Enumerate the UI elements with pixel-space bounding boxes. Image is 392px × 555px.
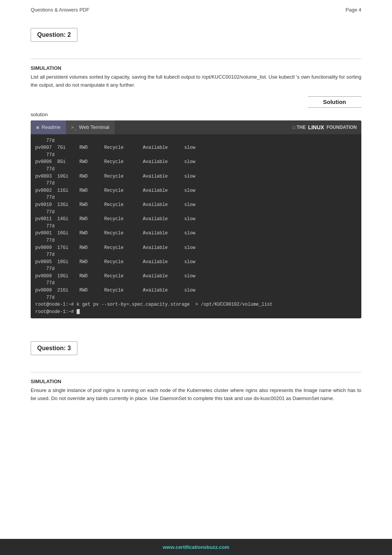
term-line-22: 77d <box>35 294 357 301</box>
question2-title: Question: 2 <box>37 31 71 38</box>
term-line-13: pv0001 16Gi RWO Recycle Available slow <box>35 230 357 237</box>
term-line-18: 77d <box>35 265 357 273</box>
header-right: Page 4 <box>346 7 361 13</box>
term-line-11: pv0011 14Gi RWO Recycle Available slow <box>35 216 357 223</box>
logo-othe: □ THE <box>292 125 306 130</box>
page-header: Questions & Answers PDF Page 4 <box>0 0 392 16</box>
question2-box: Question: 2 <box>31 28 77 42</box>
question3-box: Question: 3 <box>31 341 77 355</box>
term-line-10: 77d <box>35 209 357 216</box>
term-line-12: 77d <box>35 223 357 230</box>
readme-tab[interactable]: ■ Readme <box>31 120 66 134</box>
question3-divider <box>31 372 361 372</box>
term-line-9: pv0010 13Gi RWO Recycle Available slow <box>35 201 357 209</box>
question2-divider <box>31 59 361 59</box>
term-line-1: pv0007 7Gi RWO Recycle Available slow <box>35 144 357 152</box>
solution-header-container: Solution <box>31 96 361 108</box>
content-area: Question: 2 SIMULATION List all persiste… <box>0 16 392 403</box>
term-line-4: 77d <box>35 166 357 173</box>
term-line-19: pv0008 19Gi RWO Recycle Available slow <box>35 273 357 280</box>
terminal-icon: >_ <box>71 125 77 130</box>
cursor <box>77 309 80 314</box>
readme-tab-label: Readme <box>41 124 60 130</box>
term-line-14: 77d <box>35 237 357 244</box>
term-line-15: pv0009 17Gi RWO Recycle Available slow <box>35 244 357 252</box>
header-left: Questions & Answers PDF <box>31 7 89 13</box>
term-line-0: 77d <box>35 137 357 145</box>
question2-body: List all persistent volumes sorted by ca… <box>31 73 361 89</box>
solution-label: solution <box>31 112 361 117</box>
term-line-17: pv0005 18Gi RWO Recycle Available slow <box>35 259 357 266</box>
term-line-20: 77d <box>35 280 357 287</box>
term-line-3: pv0006 8Gi RWO Recycle Available slow <box>35 158 357 166</box>
term-line-6: 77d <box>35 180 357 187</box>
footer-url[interactable]: www.certificationsbuzz.com <box>163 544 230 550</box>
logo-foundation: FOUNDATION <box>326 125 357 130</box>
terminal-window: ■ Readme >_ Web Terminal □ THE LINUX FOU… <box>31 120 361 319</box>
web-terminal-label: Web Terminal <box>79 124 109 130</box>
logo-linux: LINUX <box>308 124 324 130</box>
solution-title: Solution <box>323 99 346 105</box>
simulation-label-3: SIMULATION <box>31 379 361 384</box>
linux-foundation-logo: □ THE LINUX FOUNDATION <box>292 124 357 130</box>
terminal-topbar: ■ Readme >_ Web Terminal □ THE LINUX FOU… <box>31 120 361 134</box>
terminal-body: 77d pv0007 7Gi RWO Recycle Available slo… <box>31 134 361 319</box>
term-line-16: 77d <box>35 251 357 259</box>
question3-title: Question: 3 <box>37 345 71 352</box>
simulation-label-2: SIMULATION <box>31 65 361 71</box>
page-footer: www.certificationsbuzz.com <box>0 539 392 555</box>
web-terminal-tab[interactable]: >_ Web Terminal <box>66 120 115 134</box>
question3-body: Ensure a single instance of pod nginx is… <box>31 387 361 403</box>
solution-box: Solution <box>308 96 361 108</box>
prompt-line[interactable]: root@node-1:~# <box>35 308 357 316</box>
readme-icon: ■ <box>36 124 39 130</box>
term-line-7: pv0002 11Gi RWO Recycle Available slow <box>35 187 357 194</box>
command-line: root@node-1:~# k get pv --sort-by=.spec.… <box>35 301 357 308</box>
term-line-2: 77d <box>35 152 357 159</box>
term-line-8: 77d <box>35 194 357 201</box>
term-line-5: pv0003 10Gi RWO Recycle Available slow <box>35 173 357 180</box>
term-line-21: pv0000 21Gi RWO Recycle Available slow <box>35 287 357 294</box>
